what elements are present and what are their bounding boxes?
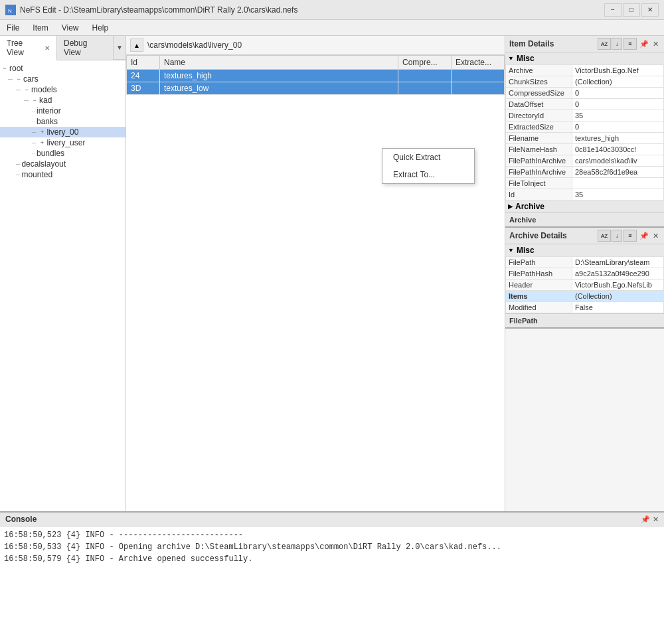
context-quick-extract[interactable]: Quick Extract (382, 149, 474, 166)
expand-cars[interactable]: − (14, 74, 23, 84)
tab-tree-close[interactable]: ✕ (44, 44, 50, 52)
archive-sort-az-btn[interactable]: AZ (598, 230, 611, 242)
menu-file[interactable]: File (0, 21, 26, 35)
tree-label-root: root (9, 64, 23, 73)
cell-extracted (452, 82, 505, 95)
archive-details-tools: AZ ↓ ≡ 📌 ✕ (598, 230, 660, 242)
col-header-id[interactable]: Id (127, 56, 160, 70)
prop-value: textures_high (572, 133, 664, 144)
prop-row: FileNameHash 0c81e140c3030cc! (506, 144, 664, 155)
item-archive-section: ▶ Archive (505, 201, 664, 212)
console-panel: Console 📌 ✕ 16:58:50,523 {4} INFO - ----… (0, 511, 664, 644)
tab-bar: Tree View ✕ Debug View ▼ (0, 36, 125, 60)
tab-debug-view[interactable]: Debug View (57, 36, 114, 60)
console-pin-btn[interactable]: 📌 (641, 515, 650, 524)
prop-key: FilePathHash (506, 268, 572, 280)
table-row[interactable]: 24 textures_high (127, 70, 505, 82)
tree-node-models[interactable]: ─ − models (0, 84, 125, 95)
center-area: ▲ \cars\models\kad\livery_00 Id Name Com… (126, 36, 505, 511)
tree-label-decalslayout: decalslayout (21, 159, 66, 169)
context-menu: Quick Extract Extract To... (382, 148, 475, 184)
prop-value: 28ea58c2f6d1e9ea (572, 167, 664, 178)
item-sort-btn[interactable]: ↓ (612, 38, 622, 50)
path-up-button[interactable]: ▲ (130, 39, 143, 52)
right-panel-spacer (505, 329, 664, 511)
archive-pin-btn[interactable]: 📌 (638, 232, 650, 240)
archive-sort-btn[interactable]: ↓ (612, 230, 622, 242)
prop-key: Items (506, 291, 572, 302)
expand-kad[interactable]: − (30, 96, 39, 105)
svg-text:N: N (8, 8, 12, 14)
expand-models[interactable]: − (22, 85, 31, 94)
prop-row: FilePathInArchive 28ea58c2f6d1e9ea (506, 167, 664, 178)
path-bar: ▲ \cars\models\kad\livery_00 (126, 36, 505, 55)
tree-node-mounted[interactable]: ─ mounted (0, 169, 125, 180)
path-text: \cars\models\kad\livery_00 (147, 40, 242, 50)
minimize-button[interactable]: − (604, 3, 622, 17)
menu-help[interactable]: Help (85, 21, 115, 35)
col-header-extracted[interactable]: Extracte... (452, 56, 505, 70)
prop-row: DirectoryId 35 (506, 110, 664, 121)
item-close-btn[interactable]: ✕ (651, 40, 660, 48)
item-sort-az-btn[interactable]: AZ (598, 38, 611, 50)
menu-view[interactable]: View (55, 21, 86, 35)
prop-key: FilePathInArchive (506, 167, 572, 178)
archive-close-btn[interactable]: ✕ (651, 232, 660, 240)
item-properties-table: Archive VictorBush.Ego.Nef ChunkSizes (C… (505, 64, 664, 201)
archive-options-btn[interactable]: ≡ (623, 230, 637, 242)
tree-node-decalslayout[interactable]: ─ decalslayout (0, 159, 125, 169)
tree-node-banks[interactable]: ·· banks (0, 116, 125, 127)
tree-node-bundles[interactable]: ·· bundles (0, 148, 125, 159)
prop-row: DataOffset 0 (506, 99, 664, 110)
tree-node-interior[interactable]: ·· interior (0, 106, 125, 116)
console-content: 16:58:50,523 {4} INFO - ----------------… (0, 526, 664, 644)
app-icon: N (5, 5, 16, 15)
prop-row: Id 35 (506, 189, 664, 201)
prop-value: (Collection) (572, 76, 664, 88)
prop-key: DirectoryId (506, 110, 572, 121)
prop-value: (Collection) (572, 291, 664, 302)
col-header-compressed[interactable]: Compre... (398, 56, 452, 70)
prop-value: cars\models\kad\liv (572, 155, 664, 167)
tree-label-bundles: bundles (37, 149, 64, 158)
item-options-btn[interactable]: ≡ (623, 38, 637, 50)
prop-value: False (572, 302, 664, 313)
tree-node-kad[interactable]: ─ − kad (0, 95, 125, 106)
expand-livery00[interactable]: + (37, 127, 46, 137)
prop-row: FilePathInArchive cars\models\kad\liv (506, 155, 664, 167)
close-button[interactable]: ✕ (641, 3, 659, 17)
expand-root[interactable]: − (0, 64, 9, 73)
prop-value: VictorBush.Ego.NefsLib (572, 280, 664, 291)
file-table-container[interactable]: Id Name Compre... Extracte... 24 texture… (126, 55, 505, 511)
table-row[interactable]: 3D textures_low (127, 82, 505, 95)
tab-tree-view[interactable]: Tree View ✕ (0, 36, 57, 60)
context-extract-to[interactable]: Extract To... (382, 166, 474, 183)
prop-key: FileToInject (506, 178, 572, 189)
cell-id: 3D (127, 82, 160, 95)
item-details-footer: Archive (505, 212, 664, 226)
item-pin-btn[interactable]: 📌 (638, 40, 650, 48)
cell-name: textures_low (160, 82, 398, 95)
col-header-name[interactable]: Name (160, 56, 398, 70)
item-misc-section: ▼ Misc (505, 52, 664, 64)
tree-node-livery00[interactable]: ─ + livery_00 (0, 127, 125, 137)
tree-node-root[interactable]: − root (0, 63, 125, 74)
tab-dropdown-btn[interactable]: ▼ (116, 44, 123, 51)
archive-details-footer: FilePath (505, 313, 664, 327)
maximize-button[interactable]: □ (623, 3, 640, 17)
cell-compressed (398, 82, 452, 95)
file-table: Id Name Compre... Extracte... 24 texture… (126, 55, 505, 95)
console-close-btn[interactable]: ✕ (653, 515, 659, 524)
tree-content[interactable]: − root ─ − cars ─ − models (0, 60, 125, 511)
menu-bar: File Item View Help (0, 20, 664, 36)
tree-node-cars[interactable]: ─ − cars (0, 74, 125, 84)
cell-extracted (452, 70, 505, 82)
expand-liveryuser[interactable]: + (37, 138, 46, 147)
tree-label-interior: interior (37, 106, 61, 116)
archive-details-content: ▼ Misc FilePath D:\SteamLibrary\steam Fi… (505, 244, 664, 313)
menu-item[interactable]: Item (26, 21, 54, 35)
archive-misc-section: ▼ Misc (505, 244, 664, 256)
prop-key: Archive (506, 65, 572, 76)
tree-label-models: models (31, 85, 57, 94)
tree-node-liveryuser[interactable]: ─ + livery_user (0, 137, 125, 148)
